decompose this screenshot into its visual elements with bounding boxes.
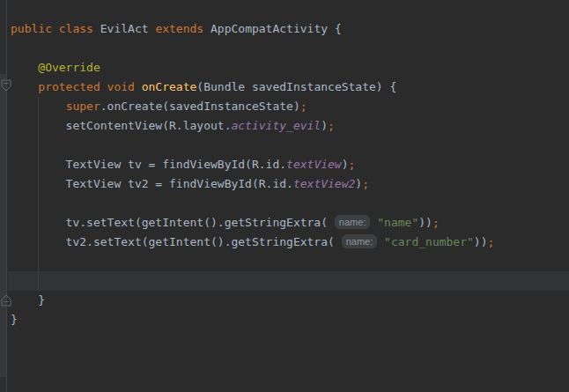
token-sc: ; <box>432 216 440 229</box>
code-line-12: tv2.setText(getIntent().getStringExtra( … <box>11 233 569 252</box>
token-pl <box>335 235 342 248</box>
token-pl: setContentView(R.layout. <box>11 119 231 132</box>
parameter-hint-inlay: name: <box>342 234 378 248</box>
token-pl: tv2.setText(getIntent().getStringExtra( <box>11 235 335 248</box>
token-sc: ; <box>349 158 356 171</box>
token-pl: ) <box>321 119 328 132</box>
token-pl <box>328 216 335 229</box>
code-line-3: @Override <box>11 58 569 78</box>
token-pl: } <box>11 293 45 307</box>
token-kw: protected void <box>38 80 141 93</box>
token-sf: activity_evil <box>231 119 321 132</box>
code-line-9: TextView tv2 = findViewById(R.id.textVie… <box>11 174 569 194</box>
token-pl: TextView tv = findViewById(R.id. <box>11 158 286 171</box>
token-pl: EvilAct <box>100 22 156 35</box>
code-line-16: } <box>11 310 569 329</box>
code-line-5: super.onCreate(savedInstanceState); <box>11 97 569 116</box>
editor-pane[interactable]: public class EvilAct extends AppCompatAc… <box>0 0 569 392</box>
token-pl: )) <box>418 216 432 229</box>
token-st: "name" <box>377 216 418 229</box>
token-md: onCreate <box>142 80 197 93</box>
token-pl: TextView tv2 = findViewById(R.id. <box>11 177 293 190</box>
token-pl: ) <box>342 158 349 171</box>
token-pl: AppCompatActivity { <box>211 22 342 35</box>
token-pl <box>11 80 38 93</box>
code-line-10 <box>11 194 569 213</box>
code-line-11: tv.setText(getIntent().getStringExtra( n… <box>11 213 569 233</box>
token-pl: tv.setText(getIntent().getStringExtra( <box>11 216 328 229</box>
token-st: "card_number" <box>384 235 474 248</box>
token-kw: super <box>66 100 100 113</box>
token-sf: textView2 <box>293 177 355 190</box>
token-pl: } <box>11 313 18 326</box>
token-sc: ; <box>488 235 495 248</box>
gutter-separator <box>6 0 7 392</box>
token-sc: ; <box>362 177 369 190</box>
token-sc: ; <box>328 119 335 132</box>
token-kw: extends <box>155 22 211 35</box>
code-line-15: } <box>11 291 569 310</box>
token-sf: textView <box>286 158 342 171</box>
code-line-4: protected void onCreate(Bundle savedInst… <box>11 78 569 97</box>
token-pl: )) <box>474 235 488 248</box>
code-line-7 <box>11 136 569 155</box>
code-line-6: setContentView(R.layout.activity_evil); <box>11 116 569 136</box>
parameter-hint-inlay: name: <box>335 215 371 229</box>
token-sc: ; <box>300 100 307 113</box>
token-pl <box>377 235 384 248</box>
token-pl: (Bundle savedInstanceState) { <box>196 80 396 93</box>
token-pl: .onCreate(savedInstanceState) <box>100 100 300 113</box>
token-pl <box>11 100 66 113</box>
code-area[interactable]: public class EvilAct extends AppCompatAc… <box>11 19 569 329</box>
token-an: @Override <box>38 61 100 74</box>
code-line-2 <box>11 39 569 58</box>
code-line-13 <box>11 252 569 271</box>
token-pl: ) <box>355 177 362 190</box>
token-pl <box>11 61 38 74</box>
code-line-1: public class EvilAct extends AppCompatAc… <box>11 19 569 39</box>
token-kw: public class <box>11 22 100 35</box>
code-line-8: TextView tv = findViewById(R.id.textView… <box>11 155 569 174</box>
code-line-14 <box>11 271 569 291</box>
